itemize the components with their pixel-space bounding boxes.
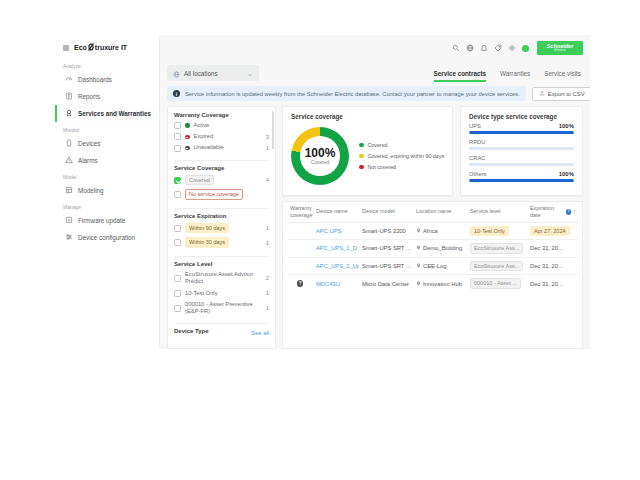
search-icon[interactable]	[452, 44, 460, 52]
tab-service-contracts[interactable]: Service contracts	[434, 70, 487, 82]
sidebar-item-device-configuration[interactable]: Device configuration	[55, 229, 159, 246]
location-pin-icon	[416, 281, 421, 287]
device-name-link[interactable]: APC_UPS_2_Up	[316, 263, 359, 269]
brand-line2: Electric	[554, 49, 565, 53]
table-row[interactable]: APC_UPS_2_Up Smart-UPS SRT ... CEE-Log E…	[287, 257, 579, 275]
checkbox[interactable]	[174, 290, 181, 297]
sidebar-item-services-and-warranties[interactable]: Services and Warranties	[55, 105, 159, 122]
progress-track	[469, 131, 574, 134]
chevron-down-icon	[247, 64, 253, 82]
header-device-model[interactable]: Device model	[359, 202, 413, 222]
header-location-name[interactable]: Location name	[413, 202, 467, 222]
location-pin-icon	[416, 245, 421, 251]
ecostruxure-it-app-window: Ecotruxure IT Analyze Dashboards Reports…	[55, 35, 590, 349]
filter-option-no-service-coverage[interactable]: No service coverage	[174, 189, 269, 200]
settings-gear-icon[interactable]	[508, 44, 516, 52]
filter-option-unavailable[interactable]: Unavailable 1	[174, 144, 269, 151]
sidebar-item-alarms[interactable]: Alarms	[55, 152, 159, 169]
checkbox[interactable]	[174, 305, 181, 312]
hamburger-menu-icon[interactable]	[62, 44, 70, 52]
help-globe-icon[interactable]	[466, 44, 474, 52]
header-device-name[interactable]: Device name	[313, 202, 359, 222]
device-type-coverage-card: Device type service coverage UPS 100%	[460, 106, 583, 196]
feedback-tag-icon[interactable]	[494, 44, 502, 52]
checkbox[interactable]	[174, 145, 181, 152]
toolbar-row: All locations Service contracts Warranti…	[167, 60, 583, 82]
location-pin-icon	[416, 228, 421, 234]
table-row[interactable]: ? MDC43U Micro Data Center Innovation Hu…	[287, 275, 579, 292]
filter-group-title: Warranty Coverage	[174, 112, 269, 118]
active-status-dot	[185, 123, 190, 128]
legend-dot-red	[359, 165, 364, 170]
main-content: Schneider Electric All locations Service…	[160, 35, 590, 349]
checkbox[interactable]	[174, 239, 181, 246]
header-warranty-coverage[interactable]: Warranty coverage	[287, 202, 313, 222]
logo-text-pre: Eco	[74, 44, 87, 51]
sidebar-item-modeling[interactable]: Modeling	[55, 182, 159, 199]
bar-row-rpdu: RPDU	[469, 139, 574, 150]
sidebar-item-devices[interactable]: Devices	[55, 135, 159, 152]
filter-option-expired[interactable]: Expired 3	[174, 133, 269, 140]
device-model: Smart-UPS 2200	[359, 222, 413, 240]
checkbox[interactable]	[174, 122, 181, 129]
device-name-link[interactable]: APC UPS	[316, 228, 341, 234]
filter-option-covered[interactable]: Covered 4	[174, 175, 269, 186]
device-name-link[interactable]: APC_UPS_1_D...	[316, 245, 359, 251]
header-service-level[interactable]: Service level	[467, 202, 527, 222]
filter-option-asset-advisor-predict[interactable]: EcoStruxure Asset Advisor Predict 2	[174, 271, 269, 285]
sidebar-item-label: Firmware update	[78, 217, 125, 224]
export-to-csv-button[interactable]: Export to CSV	[532, 87, 590, 101]
device-name-link[interactable]: MDC43U	[316, 281, 340, 287]
header-expiration-date[interactable]: Expiration date i ↑	[527, 202, 579, 222]
location-selector[interactable]: All locations	[167, 65, 259, 81]
location-name: Innovation Hub	[423, 281, 462, 287]
sidebar-item-firmware-update[interactable]: Firmware update	[55, 212, 159, 229]
filter-option-active[interactable]: Active	[174, 122, 269, 129]
filter-option-within-90-days[interactable]: Within 90 days 1	[174, 223, 269, 234]
content-area: Warranty Coverage Active Expired 3	[167, 106, 583, 349]
checkbox[interactable]	[174, 225, 181, 232]
filter-group-service-expiration: Service Expiration Within 90 days 1 With…	[174, 213, 269, 257]
sidebar-item-label: Devices	[78, 140, 100, 147]
service-contracts-table: Warranty coverage Device name Device mod…	[287, 202, 579, 292]
expiration-info-icon[interactable]: i	[566, 209, 572, 215]
devices-icon	[65, 139, 73, 148]
checkbox[interactable]	[174, 191, 181, 198]
checkbox[interactable]	[174, 133, 181, 140]
location-name: Africa	[423, 228, 438, 234]
tab-service-visits[interactable]: Service visits	[544, 70, 581, 82]
tab-warranties[interactable]: Warranties	[500, 70, 530, 82]
filter-option-asset-preventive[interactable]: 000010 - Asset Preventive (E&P-FR) 1	[174, 301, 269, 315]
service-level-chip: EcoStruxure Ass...	[470, 261, 523, 272]
checkbox-checked[interactable]	[174, 177, 181, 184]
services-badge-icon	[65, 109, 73, 118]
export-label: Export to CSV	[548, 91, 585, 97]
sidebar-item-label: Reports	[78, 93, 100, 100]
sidebar-item-dashboards[interactable]: Dashboards	[55, 71, 159, 88]
filter-option-within-30-days[interactable]: Within 30 days 1	[174, 237, 269, 248]
sort-ascending-icon[interactable]: ↑	[573, 208, 576, 215]
table-row[interactable]: APC UPS Smart-UPS 2200 Africa 10-Test On…	[287, 222, 579, 240]
table-row[interactable]: APC_UPS_1_D... Smart-UPS SRT ... Demo_Bu…	[287, 240, 579, 258]
legend-item-covered: Covered	[359, 142, 444, 148]
card-title: Device type service coverage	[469, 113, 574, 120]
filter-scrollbar[interactable]	[272, 111, 274, 149]
sidebar-header: Ecotruxure IT	[55, 39, 159, 58]
coverage-bars: UPS 100% RPDU	[469, 123, 574, 182]
user-avatar[interactable]	[522, 45, 529, 52]
service-level-chip: EcoStruxure Ass...	[470, 243, 523, 254]
sidebar-item-reports[interactable]: Reports	[55, 88, 159, 105]
progress-fill	[469, 179, 574, 182]
notifications-bell-icon[interactable]	[480, 44, 488, 52]
ecostruxure-swirl-icon	[88, 43, 94, 52]
globe-icon	[173, 64, 180, 82]
nav-section-monitor: Monitor	[55, 122, 159, 135]
page-canvas: Ecotruxure IT Analyze Dashboards Reports…	[0, 0, 640, 480]
checkbox[interactable]	[174, 275, 181, 282]
filter-group-title: Service Coverage	[174, 165, 269, 171]
schneider-electric-logo-button[interactable]: Schneider Electric	[537, 41, 583, 55]
filter-option-10-test-only[interactable]: 10-Test Only 1	[174, 290, 269, 297]
right-column: Service coverage 100% Covered	[282, 106, 583, 349]
expiration-date: Dec 31, 20...	[527, 275, 579, 292]
see-all-link[interactable]: See all	[251, 330, 269, 336]
